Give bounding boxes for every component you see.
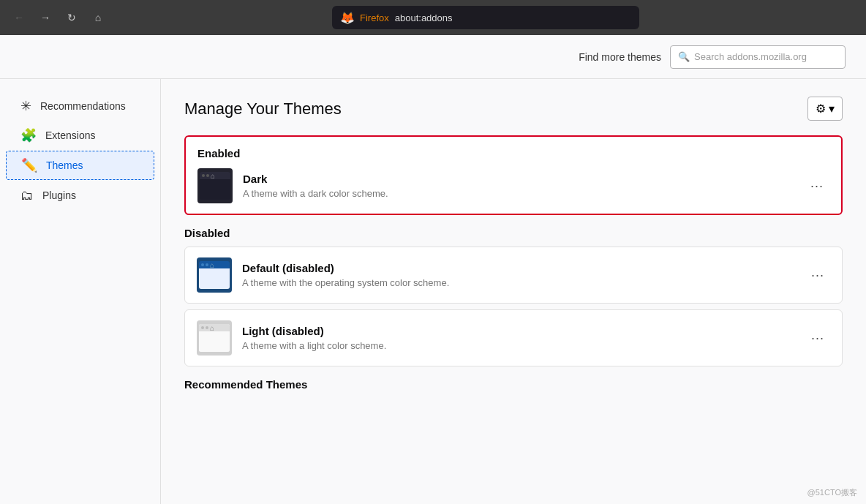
sidebar-item-extensions[interactable]: 🧩 Extensions bbox=[6, 121, 154, 149]
dot1 bbox=[201, 326, 204, 329]
home-icon: ⌂ bbox=[210, 261, 214, 269]
dot1 bbox=[202, 174, 205, 177]
theme-card-dark: ⌂ Dark A theme with a dark color scheme.… bbox=[197, 168, 829, 203]
dot2 bbox=[206, 326, 208, 329]
light-theme-preview: ⌂ bbox=[199, 324, 230, 352]
home-icon: ⌂ bbox=[211, 172, 215, 180]
recommendations-icon: ✳ bbox=[20, 99, 31, 113]
dot2 bbox=[206, 263, 208, 266]
dot1 bbox=[201, 263, 204, 266]
sidebar: ✳ Recommendations 🧩 Extensions ✏️ Themes… bbox=[0, 79, 161, 504]
search-input-placeholder: Search addons.mozilla.org bbox=[694, 51, 807, 62]
sidebar-label-recommendations: Recommendations bbox=[40, 100, 126, 112]
light-theme-more-button[interactable]: ··· bbox=[805, 328, 830, 349]
dark-theme-icon: ⌂ bbox=[197, 168, 233, 203]
find-more-label: Find more themes bbox=[579, 51, 661, 63]
main-area: ✳ Recommendations 🧩 Extensions ✏️ Themes… bbox=[0, 79, 866, 504]
home-button[interactable]: ⌂ bbox=[88, 7, 108, 28]
dark-theme-preview: ⌂ bbox=[200, 172, 230, 200]
chevron-down-icon: ▾ bbox=[829, 102, 835, 116]
themes-icon: ✏️ bbox=[21, 159, 37, 172]
light-preview-body bbox=[199, 331, 230, 352]
default-theme-preview: ⌂ bbox=[199, 261, 230, 289]
theme-card-default: ⌂ Default (disabled) A theme with the op… bbox=[184, 247, 843, 304]
reload-button[interactable]: ↻ bbox=[61, 7, 82, 28]
back-button[interactable]: ← bbox=[9, 7, 29, 28]
watermark: @51CTO搬客 bbox=[807, 487, 857, 498]
dark-preview-body bbox=[200, 179, 230, 200]
light-theme-name: Light (disabled) bbox=[242, 325, 805, 337]
default-theme-more-button[interactable]: ··· bbox=[805, 265, 830, 286]
extensions-icon: 🧩 bbox=[20, 129, 37, 142]
page: Find more themes 🔍 Search addons.mozilla… bbox=[0, 35, 866, 504]
recommended-section-label: Recommended Themes bbox=[184, 378, 843, 391]
firefox-label: Firefox bbox=[360, 12, 389, 23]
address-bar-wrap: 🦊 Firefox about:addons bbox=[114, 6, 857, 29]
sidebar-item-themes[interactable]: ✏️ Themes bbox=[6, 151, 154, 180]
default-preview-body bbox=[199, 268, 230, 289]
disabled-section: Disabled ⌂ Default (disa bbox=[184, 227, 843, 366]
search-box[interactable]: 🔍 Search addons.mozilla.org bbox=[670, 45, 846, 69]
default-preview-bar: ⌂ bbox=[199, 261, 230, 268]
page-title: Manage Your Themes bbox=[184, 99, 342, 119]
default-theme-desc: A theme with the operating system color … bbox=[242, 277, 805, 288]
light-preview-bar: ⌂ bbox=[199, 324, 230, 331]
find-more-wrap: Find more themes 🔍 Search addons.mozilla… bbox=[579, 45, 846, 69]
dark-theme-more-button[interactable]: ··· bbox=[805, 176, 829, 197]
sidebar-label-extensions: Extensions bbox=[45, 129, 95, 141]
content-header: Manage Your Themes ⚙ ▾ bbox=[184, 97, 843, 121]
gear-settings-button[interactable]: ⚙ ▾ bbox=[807, 97, 843, 121]
dark-theme-desc: A theme with a dark color scheme. bbox=[243, 188, 805, 199]
dark-preview-bar: ⌂ bbox=[200, 172, 230, 179]
plugins-icon: 🗂 bbox=[20, 189, 34, 202]
sidebar-item-plugins[interactable]: 🗂 Plugins bbox=[6, 181, 154, 209]
light-theme-desc: A theme with a light color scheme. bbox=[242, 340, 805, 351]
enabled-section-label: Enabled bbox=[197, 147, 829, 159]
firefox-logo-icon: 🦊 bbox=[341, 11, 354, 24]
sidebar-label-themes: Themes bbox=[46, 159, 83, 171]
dark-theme-name: Dark bbox=[243, 173, 805, 185]
address-bar[interactable]: 🦊 Firefox about:addons bbox=[332, 6, 639, 29]
home-icon: ⌂ bbox=[210, 324, 214, 332]
search-icon: 🔍 bbox=[678, 51, 690, 62]
light-theme-info: Light (disabled) A theme with a light co… bbox=[242, 325, 805, 351]
enabled-section-wrapper: Enabled ⌂ Dark bbox=[184, 135, 843, 215]
top-bar: Find more themes 🔍 Search addons.mozilla… bbox=[0, 35, 866, 79]
dark-theme-info: Dark A theme with a dark color scheme. bbox=[243, 173, 805, 199]
light-theme-icon: ⌂ bbox=[197, 320, 232, 356]
dot2 bbox=[206, 174, 209, 177]
default-theme-name: Default (disabled) bbox=[242, 262, 805, 274]
address-text: about:addons bbox=[395, 12, 453, 23]
gear-icon: ⚙ bbox=[816, 102, 826, 116]
theme-card-light: ⌂ Light (disabled) A theme with a light … bbox=[184, 309, 843, 366]
sidebar-label-plugins: Plugins bbox=[42, 189, 76, 201]
disabled-section-label: Disabled bbox=[184, 227, 843, 239]
default-theme-info: Default (disabled) A theme with the oper… bbox=[242, 262, 805, 288]
forward-button[interactable]: → bbox=[35, 7, 56, 28]
sidebar-item-recommendations[interactable]: ✳ Recommendations bbox=[6, 92, 154, 120]
content-area: Manage Your Themes ⚙ ▾ Enabled ⌂ bbox=[161, 79, 866, 504]
default-theme-icon: ⌂ bbox=[197, 257, 232, 293]
browser-chrome: ← → ↻ ⌂ 🦊 Firefox about:addons bbox=[0, 0, 866, 35]
